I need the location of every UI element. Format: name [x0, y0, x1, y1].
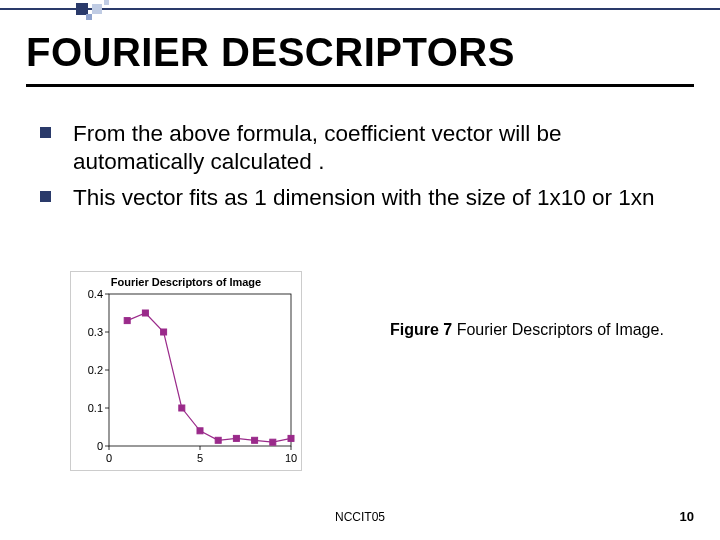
bullet-list: From the above formula, coefficient vect… — [40, 120, 680, 220]
svg-text:0: 0 — [106, 452, 112, 464]
svg-rect-26 — [288, 435, 294, 441]
svg-text:0: 0 — [97, 440, 103, 452]
svg-text:0.3: 0.3 — [88, 326, 103, 338]
figure-caption: Figure 7 Fourier Descriptors of Image. — [390, 320, 680, 341]
svg-rect-20 — [179, 405, 185, 411]
svg-text:0.4: 0.4 — [88, 290, 103, 300]
title-underline — [26, 84, 694, 87]
svg-rect-25 — [270, 439, 276, 445]
figure-label: Figure 7 — [390, 321, 452, 338]
list-item: From the above formula, coefficient vect… — [40, 120, 680, 176]
figure-caption-text: Fourier Descriptors of Image. — [452, 321, 664, 338]
page-number: 10 — [680, 509, 694, 524]
svg-rect-23 — [233, 435, 239, 441]
bullet-text: This vector fits as 1 dimension with the… — [73, 184, 655, 212]
slide-top-decoration — [0, 0, 720, 24]
svg-text:0.1: 0.1 — [88, 402, 103, 414]
svg-rect-24 — [252, 437, 258, 443]
bullet-icon — [40, 127, 51, 138]
svg-rect-22 — [215, 437, 221, 443]
bullet-text: From the above formula, coefficient vect… — [73, 120, 680, 176]
svg-text:5: 5 — [197, 452, 203, 464]
svg-text:0.2: 0.2 — [88, 364, 103, 376]
svg-text:10: 10 — [285, 452, 297, 464]
svg-rect-21 — [197, 428, 203, 434]
chart-svg: 00.10.20.30.40510 — [71, 290, 301, 468]
page-title: FOURIER DESCRIPTORS — [26, 30, 515, 75]
chart-figure: Fourier Descriptors of Image 00.10.20.30… — [70, 271, 302, 471]
svg-rect-19 — [161, 329, 167, 335]
svg-rect-18 — [142, 310, 148, 316]
list-item: This vector fits as 1 dimension with the… — [40, 184, 680, 212]
svg-rect-17 — [124, 318, 130, 324]
chart-title: Fourier Descriptors of Image — [71, 272, 301, 290]
bullet-icon — [40, 191, 51, 202]
footer-center: NCCIT05 — [0, 510, 720, 524]
